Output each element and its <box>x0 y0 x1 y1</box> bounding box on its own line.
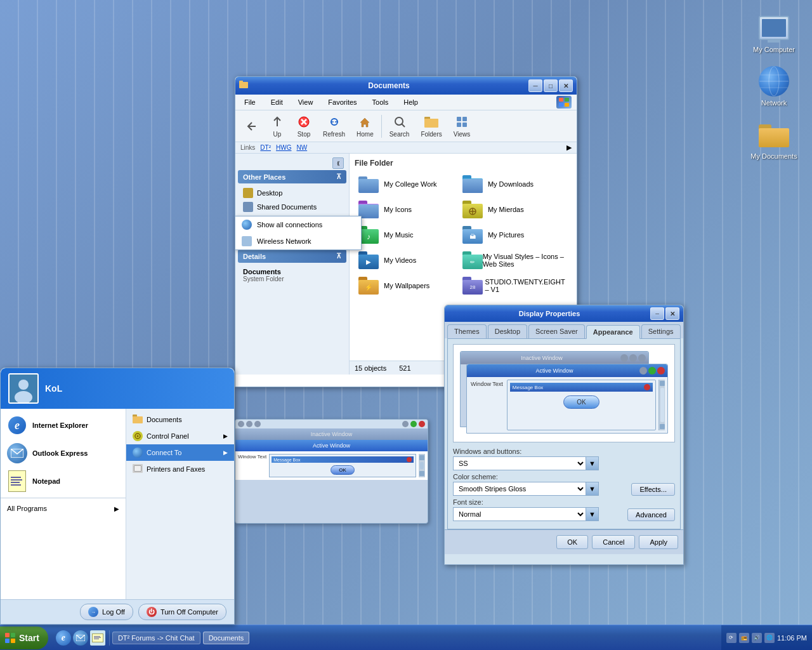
mini-win-2-ok-btn[interactable]: OK <box>331 465 355 475</box>
submenu-item-2[interactable]: Wireless Network <box>235 233 361 249</box>
start-right-printers-label: Printers and Faxes <box>147 465 205 473</box>
svg-rect-19 <box>462 123 467 127</box>
explorer-maximize-btn[interactable]: □ <box>544 79 558 92</box>
menu-edit[interactable]: Edit <box>267 97 287 107</box>
other-places-header[interactable]: Other Places ⊼ <box>238 170 346 183</box>
dp-windows-buttons-arrow[interactable]: ▼ <box>586 456 599 470</box>
quicklaunch-2[interactable] <box>73 630 88 646</box>
explorer-window-title: Documents <box>249 81 528 90</box>
quicklaunch-area: e <box>56 630 110 646</box>
dp-tab-settings[interactable]: Settings <box>641 324 681 338</box>
file-type-label: File Folder <box>355 159 572 168</box>
dp-windows-buttons-select[interactable]: SS <box>453 456 586 470</box>
start-right-controlpanel-label: Control Panel <box>147 432 189 440</box>
explorer-minimize-btn[interactable]: ─ <box>528 79 542 92</box>
user-avatar <box>8 373 39 404</box>
log-off-button[interactable]: → Log Off <box>80 604 133 620</box>
file-item-mierdas[interactable]: My Mierdas <box>459 198 572 221</box>
desktop-icon-documents[interactable]: My Documents <box>749 119 799 160</box>
turn-off-button[interactable]: ⏻ Turn Off Computer <box>138 604 226 620</box>
desktop-icon-computer[interactable]: My Computer <box>749 13 799 53</box>
submenu-item-1[interactable]: Show all connections <box>235 216 361 233</box>
start-right-controlpanel[interactable]: Control Panel ▶ <box>126 428 234 444</box>
start-item-notepad[interactable]: Notepad <box>1 467 126 495</box>
toolbar-up[interactable]: Up <box>265 112 290 140</box>
dp-font-size-arrow[interactable]: ▼ <box>586 507 599 521</box>
start-right-printers[interactable]: Printers and Faxes <box>126 461 234 477</box>
dp-tab-desktop[interactable]: Desktop <box>488 324 527 338</box>
file-item-downloads[interactable]: My Downloads <box>459 173 572 196</box>
taskbar-item-forums[interactable]: DT² Forums -> Chit Chat <box>112 632 200 644</box>
start-right-connectto-label: Connect To <box>147 449 181 456</box>
details-header[interactable]: Details ⊼ <box>238 249 346 263</box>
dp-color-scheme-arrow[interactable]: ▼ <box>586 482 599 496</box>
dp-close-btn[interactable]: ✕ <box>665 307 679 320</box>
toolbar-folders[interactable]: Folders <box>416 112 447 140</box>
details-content: Documents System Folder <box>238 263 346 288</box>
status-size: 521 <box>399 364 410 372</box>
menu-tools[interactable]: Tools <box>369 97 393 107</box>
toolbar-views[interactable]: Views <box>449 112 476 140</box>
dp-minimize-btn[interactable]: ─ <box>650 307 664 320</box>
start-all-programs[interactable]: All Programs ▶ <box>1 501 126 516</box>
file-item-studio[interactable]: 28 STUDIO.TWENTY.EIGHT – V1 <box>459 274 572 297</box>
taskbar-item-documents[interactable]: Documents <box>203 632 250 644</box>
file-downloads-name: My Downloads <box>488 180 534 188</box>
toolbar-search[interactable]: Search <box>384 112 415 140</box>
network-icon <box>759 66 789 96</box>
start-item-ie[interactable]: e Internet Explorer <box>1 411 126 439</box>
panel-item-shared-docs[interactable]: Shared Documents <box>238 200 346 214</box>
mini-win-2-active-dot-3 <box>419 421 425 427</box>
file-item-pictures[interactable]: 🏔 My Pictures <box>459 223 572 246</box>
start-right-connectto[interactable]: Connect To ▶ <box>126 444 234 461</box>
dp-tab-appearance[interactable]: Appearance <box>586 325 640 339</box>
toolbar-home[interactable]: Home <box>351 112 379 140</box>
panel-item-desktop[interactable]: Desktop <box>238 186 346 200</box>
search-icon <box>392 114 407 129</box>
dp-ok-btn[interactable]: OK <box>556 535 588 549</box>
details-type: System Folder <box>243 275 341 282</box>
explorer-close-btn[interactable]: ✕ <box>559 79 573 92</box>
dp-effects-btn[interactable]: Effects... <box>631 483 675 496</box>
dp-tab-screensaver[interactable]: Screen Saver <box>528 324 585 338</box>
quicklaunch-3[interactable] <box>90 630 105 646</box>
systray-icon-1: ⟳ <box>726 633 737 643</box>
mini-win-2-msgbox-title: Message Box <box>272 456 414 463</box>
dp-msgbox-close-btn[interactable] <box>644 384 650 390</box>
dp-advanced-btn[interactable]: Advanced <box>627 508 675 521</box>
toolbar-stop[interactable]: Stop <box>291 112 317 140</box>
dp-cancel-btn[interactable]: Cancel <box>592 535 635 549</box>
menu-favorites[interactable]: Favorites <box>324 97 360 107</box>
links-hwg[interactable]: HWG <box>276 144 291 151</box>
left-panel-collapse-btn[interactable]: ⟪ <box>332 157 344 169</box>
folders-icon <box>424 114 439 129</box>
file-item-wallpapers[interactable]: ⚡ My Wallpapers <box>355 274 456 297</box>
toolbar-back[interactable] <box>238 117 263 136</box>
toolbar-refresh[interactable]: Refresh <box>318 112 350 140</box>
dp-preview-ok-btn[interactable]: OK <box>563 395 599 409</box>
dp-apply-btn[interactable]: Apply <box>639 535 678 549</box>
start-right-documents[interactable]: Documents <box>126 411 234 428</box>
file-item-music[interactable]: ♪ My Music <box>355 223 456 246</box>
dp-tab-themes[interactable]: Themes <box>447 324 487 338</box>
dp-titlebar: Display Properties ─ ✕ <box>445 305 683 322</box>
file-item-visual-styles[interactable]: ✏ My Visual Styles – Icons – Web Sites <box>459 249 572 272</box>
file-item-icons[interactable]: ⊞ My Icons <box>355 198 456 221</box>
menu-view[interactable]: View <box>294 97 317 107</box>
menu-file[interactable]: File <box>240 97 259 107</box>
dp-color-scheme-select[interactable]: Smooth Stripes Gloss <box>453 482 586 496</box>
links-nw[interactable]: NW <box>296 144 307 151</box>
links-dt2[interactable]: DT² <box>260 144 271 151</box>
start-button[interactable]: Start <box>0 627 48 649</box>
dp-font-size-field: Font size: Normal ▼ <box>453 498 622 521</box>
file-item-videos[interactable]: ▶ My Videos <box>355 249 456 272</box>
quicklaunch-ie[interactable]: e <box>56 630 71 646</box>
desktop-icon-network[interactable]: Network <box>749 66 799 107</box>
mini-win-2-active-dot-1 <box>402 421 409 427</box>
desktop-panel-icon <box>243 188 253 198</box>
dp-font-size-select[interactable]: Normal <box>453 507 586 521</box>
file-item-college-work[interactable]: My College Work <box>355 173 456 196</box>
left-panel: ⟪ Other Places ⊼ Desktop Shared Document… <box>235 154 350 375</box>
menu-help[interactable]: Help <box>400 97 422 107</box>
start-item-oe[interactable]: Outlook Express <box>1 439 126 467</box>
